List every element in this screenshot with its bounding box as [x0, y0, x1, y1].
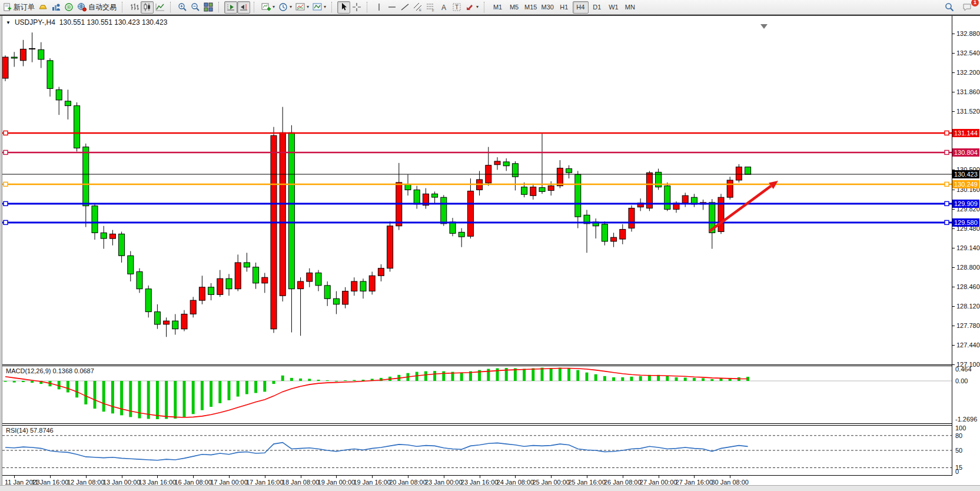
zoom-out-button[interactable] — [189, 1, 202, 14]
timeframe-button-MN[interactable]: MN — [622, 1, 638, 14]
hline-129.909[interactable] — [2, 201, 952, 205]
candle — [29, 32, 35, 62]
timeframe-group: M1M5M15M30H1H4D1W1MN — [490, 1, 638, 14]
market-watch-button[interactable] — [49, 1, 62, 14]
vertical-line-button[interactable] — [373, 1, 386, 14]
notification-count-badge[interactable]: 1 — [971, 0, 979, 6]
auto-trading-icon — [77, 2, 87, 12]
time-tick — [157, 476, 158, 478]
timeframe-button-D1[interactable]: D1 — [589, 1, 605, 14]
svg-text:E: E — [419, 8, 421, 12]
hline-129.58[interactable] — [2, 220, 952, 224]
pane-divider[interactable] — [2, 364, 952, 365]
candle — [459, 228, 464, 247]
timeframe-button-M15[interactable]: M15 — [523, 1, 539, 14]
candlestick-chart-button[interactable] — [141, 1, 154, 14]
line-handle — [4, 220, 8, 224]
dropdown-caret-icon: ▾ — [290, 5, 292, 9]
candle — [262, 273, 268, 293]
collapse-triangle-icon[interactable]: ▼ — [6, 20, 11, 25]
price-tick-label: 128.460 — [956, 283, 980, 290]
timeframe-button-W1[interactable]: W1 — [606, 1, 622, 14]
toolbar-right: 1 — [943, 1, 979, 14]
chart-shift-button[interactable] — [237, 1, 250, 14]
new-chart-icon — [261, 2, 271, 12]
time-tick — [14, 476, 15, 478]
candle — [172, 314, 178, 335]
line-handle — [945, 220, 949, 224]
horizontal-line-button[interactable] — [386, 1, 398, 14]
candle — [548, 181, 554, 195]
price-chart-canvas[interactable] — [2, 16, 952, 364]
hline-131.144[interactable] — [2, 131, 952, 135]
new-chart-dropdown-button[interactable]: ▾ — [260, 1, 277, 14]
zoom-in-button[interactable] — [176, 1, 189, 14]
rsi-axis-label: 0 — [955, 468, 959, 475]
time-tick — [408, 476, 408, 478]
trendline-button[interactable] — [398, 1, 411, 14]
crosshair-icon — [352, 2, 361, 12]
toolbar-separator — [484, 2, 487, 12]
history-clock-dropdown-button[interactable]: ▾ — [277, 1, 294, 14]
fibonacci-button[interactable]: F — [424, 1, 437, 14]
text-button[interactable]: A — [437, 1, 450, 14]
time-tick — [372, 476, 373, 478]
tile-windows-button[interactable] — [202, 1, 215, 14]
rsi-canvas[interactable] — [2, 426, 952, 475]
candle — [441, 195, 447, 226]
new-order-button[interactable]: 新订单 — [1, 1, 36, 14]
navigator-button[interactable] — [62, 1, 75, 14]
timeframe-button-M1[interactable]: M1 — [490, 1, 506, 14]
new-order-label: 新订单 — [14, 2, 35, 12]
templates-dropdown-button[interactable]: ▾ — [311, 1, 328, 14]
radar-icon — [64, 2, 74, 12]
line-chart-button[interactable] — [154, 1, 167, 14]
candle — [83, 144, 89, 227]
candle — [387, 221, 393, 272]
candle — [92, 203, 98, 240]
bar-chart-button[interactable] — [128, 1, 141, 14]
timeframe-button-H1[interactable]: H1 — [556, 1, 572, 14]
chart-shift-marker-icon[interactable] — [760, 24, 768, 29]
timeframe-button-M30[interactable]: M30 — [539, 1, 555, 14]
price-axis[interactable]: 132.880132.540132.200131.860131.520130.5… — [952, 16, 980, 485]
candle — [288, 125, 294, 333]
new-order-icon — [3, 3, 12, 12]
timeframe-button-H4[interactable]: H4 — [573, 1, 589, 14]
candle — [307, 268, 313, 287]
macd-canvas[interactable] — [2, 366, 952, 423]
symbols-button[interactable] — [36, 1, 49, 14]
price-badge-131.144: 131.144 — [952, 129, 979, 137]
channel-icon: E — [413, 2, 423, 12]
timeframe-button-M5[interactable]: M5 — [506, 1, 522, 14]
candle — [575, 171, 581, 228]
price-tick-mark — [952, 34, 955, 34]
cursor-button[interactable] — [337, 1, 350, 14]
candle — [235, 254, 241, 291]
price-tick-label: 127.780 — [956, 322, 980, 329]
zoom-in-icon — [178, 2, 187, 12]
candle — [47, 58, 53, 97]
auto-trading-label: 自动交易 — [88, 2, 117, 12]
auto-scroll-button[interactable] — [224, 1, 237, 14]
price-tick-mark — [952, 190, 955, 190]
time-tick — [515, 476, 516, 478]
price-tick-label: 127.440 — [956, 341, 980, 349]
line-handle — [945, 182, 949, 186]
price-tick-mark — [952, 326, 955, 326]
price-tick-mark — [952, 111, 955, 112]
candle — [145, 286, 151, 317]
crosshair-button[interactable] — [350, 1, 363, 14]
cursor-arrow-icon — [339, 2, 348, 12]
profiles-dropdown-button[interactable]: ▾ — [294, 1, 311, 14]
chart-title: ▼ USDJPY-,H4 130.551 130.551 130.423 130… — [6, 18, 167, 26]
candle — [154, 304, 160, 329]
arrows-dropdown-button[interactable]: ▾ — [463, 1, 480, 14]
hline-130.804[interactable] — [2, 150, 952, 154]
auto-trading-button[interactable]: 自动交易 — [75, 1, 118, 14]
chart-shift-icon — [239, 2, 248, 12]
equidistant-channel-button[interactable]: E — [411, 1, 424, 14]
text-label-button[interactable]: T — [450, 1, 463, 14]
search-button[interactable] — [943, 1, 956, 14]
price-tick-mark — [952, 228, 955, 229]
